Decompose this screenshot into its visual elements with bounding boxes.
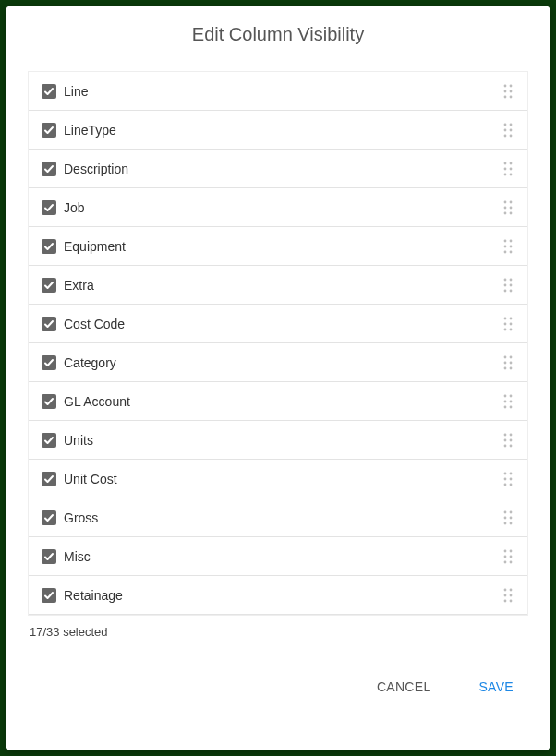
column-checkbox[interactable]	[42, 433, 56, 448]
column-row: Job	[29, 188, 528, 227]
svg-point-43	[510, 355, 513, 358]
svg-point-30	[504, 278, 507, 281]
svg-point-61	[510, 472, 513, 474]
svg-point-3	[510, 90, 513, 92]
drag-handle-icon[interactable]	[501, 433, 515, 448]
svg-point-79	[510, 588, 513, 591]
svg-point-24	[504, 239, 507, 242]
svg-point-13	[510, 162, 513, 164]
column-label: Extra	[64, 278, 493, 293]
svg-point-0	[504, 84, 507, 87]
svg-point-53	[510, 405, 513, 408]
column-label: Retainage	[64, 588, 493, 603]
drag-handle-icon[interactable]	[501, 394, 515, 409]
column-label: Gross	[64, 510, 493, 525]
svg-point-32	[504, 283, 507, 286]
drag-handle-icon[interactable]	[501, 123, 515, 138]
svg-point-47	[510, 366, 513, 369]
column-label: Line	[64, 84, 493, 99]
svg-point-59	[510, 444, 513, 447]
drag-handle-icon[interactable]	[501, 200, 515, 215]
column-label: Equipment	[64, 239, 493, 254]
svg-point-57	[510, 438, 513, 441]
svg-point-16	[504, 173, 507, 175]
svg-point-67	[510, 510, 513, 513]
svg-point-65	[510, 483, 513, 486]
column-row: Extra	[29, 266, 528, 305]
svg-point-31	[510, 278, 513, 281]
svg-point-6	[504, 123, 507, 126]
drag-handle-icon[interactable]	[501, 355, 515, 370]
drag-handle-icon[interactable]	[501, 162, 515, 176]
column-list-scroll[interactable]: LineLineTypeDescriptionJobEquipmentExtra…	[28, 71, 528, 616]
column-label: Job	[64, 200, 493, 215]
svg-point-41	[510, 328, 513, 330]
cancel-button[interactable]: CANCEL	[369, 676, 439, 698]
drag-handle-icon[interactable]	[501, 84, 515, 99]
column-checkbox[interactable]	[42, 394, 56, 409]
svg-point-44	[504, 361, 507, 364]
column-checkbox[interactable]	[42, 239, 56, 254]
column-checkbox[interactable]	[42, 200, 56, 215]
column-label: Misc	[64, 549, 493, 564]
svg-point-8	[504, 128, 507, 131]
svg-point-64	[504, 483, 507, 486]
svg-point-29	[510, 250, 513, 253]
drag-handle-icon[interactable]	[501, 278, 515, 293]
svg-point-10	[504, 134, 507, 137]
column-checkbox[interactable]	[42, 472, 56, 486]
drag-handle-icon[interactable]	[501, 549, 515, 564]
svg-point-15	[510, 167, 513, 170]
svg-point-69	[510, 516, 513, 519]
drag-handle-icon[interactable]	[501, 510, 515, 525]
column-row: Unit Cost	[29, 460, 528, 498]
dialog-button-bar: CANCEL SAVE	[28, 676, 528, 700]
dialog-title: Edit Column Visibility	[28, 24, 528, 45]
edit-column-visibility-dialog: Edit Column Visibility LineLineTypeDescr…	[6, 6, 550, 750]
svg-point-39	[510, 322, 513, 325]
svg-point-71	[510, 522, 513, 524]
svg-point-70	[504, 522, 507, 524]
column-label: Cost Code	[64, 317, 493, 331]
drag-handle-icon[interactable]	[501, 472, 515, 486]
svg-point-55	[510, 433, 513, 436]
svg-point-12	[504, 162, 507, 164]
column-checkbox[interactable]	[42, 355, 56, 370]
column-checkbox[interactable]	[42, 84, 56, 99]
save-button[interactable]: SAVE	[471, 676, 521, 698]
column-row: Equipment	[29, 227, 528, 266]
svg-point-28	[504, 250, 507, 253]
svg-point-78	[504, 588, 507, 591]
svg-point-58	[504, 444, 507, 447]
column-row: GL Account	[29, 382, 528, 421]
drag-handle-icon[interactable]	[501, 588, 515, 603]
svg-point-81	[510, 594, 513, 596]
svg-point-63	[510, 477, 513, 480]
svg-point-50	[504, 400, 507, 402]
svg-point-82	[504, 599, 507, 602]
svg-point-40	[504, 328, 507, 330]
selection-count: 17/33 selected	[30, 625, 528, 639]
column-checkbox[interactable]	[42, 549, 56, 564]
drag-handle-icon[interactable]	[501, 239, 515, 254]
column-checkbox[interactable]	[42, 510, 56, 525]
svg-point-76	[504, 560, 507, 563]
column-row: Description	[29, 150, 528, 188]
svg-point-2	[504, 90, 507, 92]
column-row: Misc	[29, 537, 528, 576]
drag-handle-icon[interactable]	[501, 317, 515, 331]
column-checkbox[interactable]	[42, 123, 56, 138]
column-checkbox[interactable]	[42, 162, 56, 176]
column-label: Category	[64, 355, 493, 370]
svg-point-54	[504, 433, 507, 436]
column-checkbox[interactable]	[42, 588, 56, 603]
svg-point-7	[510, 123, 513, 126]
column-checkbox[interactable]	[42, 317, 56, 331]
svg-point-68	[504, 516, 507, 519]
column-checkbox[interactable]	[42, 278, 56, 293]
svg-point-42	[504, 355, 507, 358]
svg-point-60	[504, 472, 507, 474]
svg-point-45	[510, 361, 513, 364]
svg-point-66	[504, 510, 507, 513]
svg-point-14	[504, 167, 507, 170]
